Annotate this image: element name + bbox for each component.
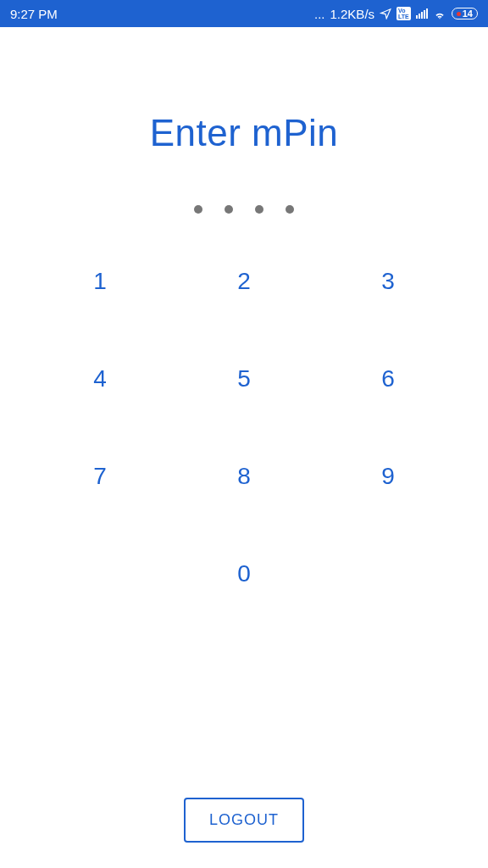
logout-button[interactable]: LOGOUT — [184, 798, 304, 843]
volte-icon: VoLTE — [396, 7, 411, 20]
key-6[interactable]: 6 — [371, 362, 405, 396]
pin-dot-2 — [225, 205, 233, 214]
key-5[interactable]: 5 — [227, 362, 261, 396]
battery-icon: 14 — [452, 8, 478, 19]
signal-icon — [416, 8, 428, 19]
key-3[interactable]: 3 — [371, 264, 405, 298]
keypad: 1 2 3 4 5 6 7 8 9 0 — [83, 264, 405, 591]
status-bar: 9:27 PM ... 1.2KB/s VoLTE 14 — [0, 0, 488, 27]
key-9[interactable]: 9 — [371, 459, 405, 493]
key-2[interactable]: 2 — [227, 264, 261, 298]
pin-entry-screen: Enter mPin 1 2 3 4 5 6 7 8 9 0 LOGOUT — [0, 27, 488, 868]
key-0[interactable]: 0 — [227, 557, 261, 591]
location-icon — [380, 8, 391, 19]
key-8[interactable]: 8 — [227, 459, 261, 493]
data-rate: 1.2KB/s — [330, 7, 375, 21]
wifi-icon — [433, 8, 446, 19]
pin-dot-3 — [255, 205, 263, 214]
status-time: 9:27 PM — [10, 7, 58, 21]
pin-dot-1 — [194, 205, 202, 214]
pin-dot-4 — [286, 205, 294, 214]
page-title: Enter mPin — [150, 112, 339, 154]
status-dots: ... — [314, 7, 325, 21]
key-1[interactable]: 1 — [83, 264, 117, 298]
key-4[interactable]: 4 — [83, 362, 117, 396]
key-7[interactable]: 7 — [83, 459, 117, 493]
pin-dots — [194, 205, 294, 214]
